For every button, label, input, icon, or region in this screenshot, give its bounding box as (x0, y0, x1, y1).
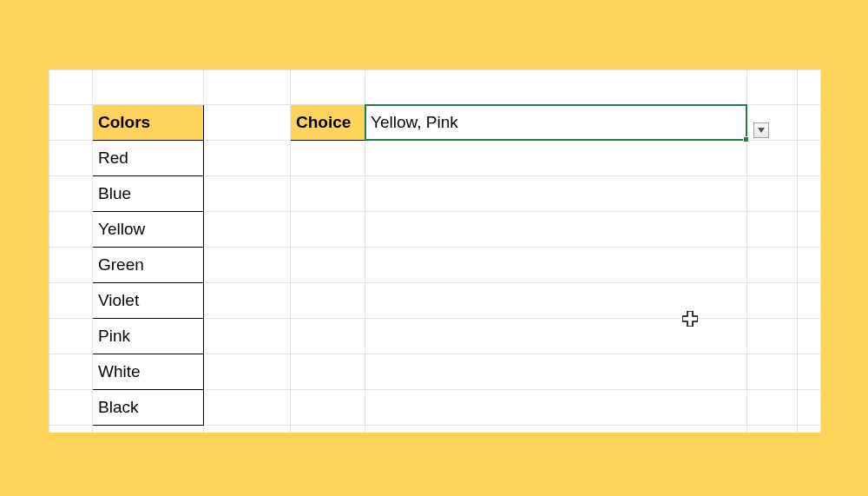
cell[interactable] (365, 212, 747, 248)
cell[interactable] (49, 212, 93, 248)
cell[interactable] (291, 283, 365, 319)
cell[interactable] (747, 212, 798, 248)
cell[interactable] (747, 70, 798, 105)
cell[interactable] (365, 426, 747, 433)
color-label: Red (93, 141, 203, 175)
cell[interactable] (747, 248, 798, 283)
cell[interactable] (798, 105, 821, 141)
cell[interactable] (798, 283, 821, 319)
cell[interactable] (204, 141, 291, 176)
cell[interactable] (49, 70, 93, 105)
header-colors-label: Colors (93, 105, 203, 140)
color-cell[interactable]: Yellow (93, 212, 204, 248)
color-cell[interactable]: White (93, 354, 204, 390)
color-label: Pink (93, 319, 203, 354)
color-cell[interactable]: Violet (93, 283, 204, 319)
color-cell[interactable]: Green (93, 248, 204, 283)
cell[interactable] (291, 141, 365, 176)
color-cell[interactable]: Black (93, 390, 204, 426)
cell[interactable] (798, 390, 821, 426)
spreadsheet-grid: Colors Choice Yellow, Pink Red Blue (49, 69, 821, 433)
header-choice[interactable]: Choice (291, 105, 365, 141)
cell[interactable] (365, 248, 747, 283)
cell[interactable] (49, 283, 93, 319)
cell[interactable] (93, 70, 204, 105)
cell[interactable] (204, 105, 291, 141)
cell[interactable] (49, 248, 93, 283)
choice-value-text: Yellow, Pink (365, 105, 746, 140)
header-colors[interactable]: Colors (93, 105, 204, 141)
cell[interactable] (365, 141, 747, 176)
cell[interactable] (204, 390, 291, 426)
cell[interactable] (49, 141, 93, 176)
chevron-down-icon (758, 128, 765, 133)
cell[interactable] (291, 390, 365, 426)
cell[interactable] (798, 70, 821, 105)
spreadsheet-area[interactable]: Colors Choice Yellow, Pink Red Blue (49, 69, 821, 433)
cell[interactable] (291, 354, 365, 390)
cell[interactable] (204, 176, 291, 212)
cell[interactable] (291, 212, 365, 248)
cell[interactable] (798, 248, 821, 283)
color-label: Black (93, 390, 203, 425)
cell[interactable] (204, 70, 291, 105)
cell[interactable] (291, 426, 365, 433)
cell[interactable] (798, 354, 821, 390)
data-validation-dropdown-button[interactable] (753, 122, 769, 138)
color-cell[interactable]: Blue (93, 176, 204, 212)
cell[interactable] (291, 70, 365, 105)
cell[interactable] (204, 426, 291, 433)
header-choice-label: Choice (291, 105, 365, 140)
cell[interactable] (365, 70, 747, 105)
cell[interactable] (49, 354, 93, 390)
cell[interactable] (798, 319, 821, 354)
color-cell[interactable]: Pink (93, 319, 204, 354)
cell[interactable] (204, 354, 291, 390)
cell[interactable] (365, 390, 747, 426)
cell[interactable] (747, 283, 798, 319)
cell[interactable] (365, 319, 747, 354)
cell[interactable] (747, 390, 798, 426)
color-label: Violet (93, 283, 203, 318)
cell-choice-value[interactable]: Yellow, Pink (365, 105, 747, 141)
color-label: White (93, 354, 203, 389)
cell[interactable] (365, 176, 747, 212)
cell[interactable] (747, 176, 798, 212)
cell[interactable] (798, 141, 821, 176)
cell[interactable] (365, 283, 747, 319)
cell[interactable] (291, 248, 365, 283)
cell[interactable] (204, 248, 291, 283)
cell[interactable] (747, 354, 798, 390)
cell[interactable] (798, 212, 821, 248)
cell[interactable] (798, 426, 821, 433)
cell[interactable] (365, 354, 747, 390)
cell[interactable] (204, 212, 291, 248)
color-label: Blue (93, 176, 203, 211)
cell[interactable] (747, 426, 798, 433)
cell[interactable] (49, 176, 93, 212)
cell[interactable] (49, 426, 93, 433)
cell[interactable] (49, 105, 93, 141)
cell[interactable] (291, 319, 365, 354)
color-label: Yellow (93, 212, 203, 247)
cell[interactable] (291, 176, 365, 212)
cell[interactable] (204, 283, 291, 319)
color-cell[interactable]: Red (93, 141, 204, 176)
cell[interactable] (93, 426, 204, 433)
color-label: Green (93, 248, 203, 282)
cell[interactable] (747, 319, 798, 354)
cell[interactable] (747, 141, 798, 176)
cell[interactable] (798, 176, 821, 212)
cell[interactable] (49, 319, 93, 354)
cell[interactable] (49, 390, 93, 426)
cell[interactable] (204, 319, 291, 354)
